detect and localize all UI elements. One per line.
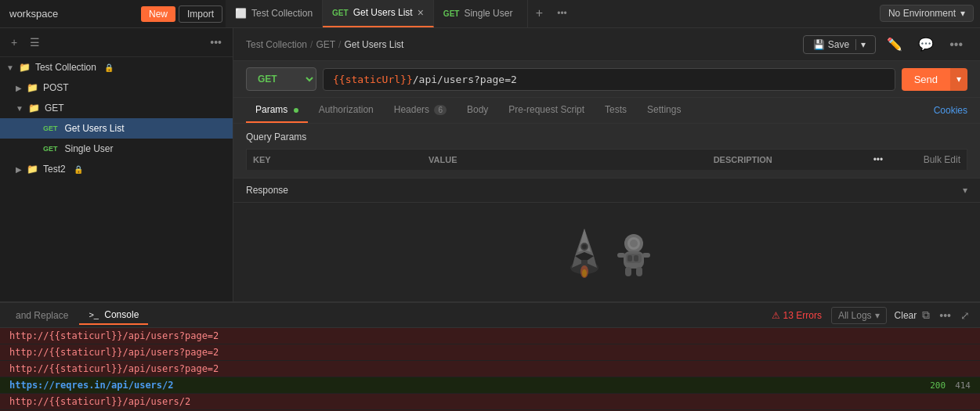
sidebar-filter-button[interactable]: ☰ [27, 34, 43, 50]
tab-params[interactable]: Params [246, 98, 308, 123]
query-params-title: Query Params [246, 132, 967, 142]
lock-icon-test2: 🔒 [74, 165, 83, 174]
params-tab-label: Params [255, 104, 287, 115]
svg-rect-14 [642, 253, 650, 258]
app-header: workspace New Import ⬜ Test Collection G… [0, 0, 980, 28]
console-icon: >_ [89, 310, 99, 319]
params-dot-indicator [294, 108, 298, 113]
env-label: No Environment [888, 8, 956, 19]
response-title: Response [246, 185, 288, 196]
test2-folder-label: Test2 [43, 164, 66, 175]
tab-tests[interactable]: Tests [595, 98, 636, 123]
cookies-link[interactable]: Cookies [934, 105, 967, 116]
url-input[interactable]: {{staticUrl}} /api/users?page=2 [323, 68, 895, 91]
response-expand-button[interactable]: ▾ [963, 185, 967, 196]
caret-right-icon: ▶ [16, 84, 22, 92]
folder-icon-test2: 📁 [27, 164, 38, 175]
caret-down-icon-get: ▼ [16, 104, 24, 113]
bottom-tabs: and Replace >_ Console ⚠ 13 Errors All L… [0, 303, 980, 328]
log-url-3: http://{{staticurl}}/api/users?page=2 [9, 363, 219, 374]
copy-icon-button[interactable]: ⧉ [918, 307, 934, 323]
tab-add-button[interactable]: + [528, 6, 551, 20]
lock-icon: 🔒 [104, 63, 114, 72]
all-logs-label: All Logs [838, 310, 872, 321]
tab-body[interactable]: Body [457, 98, 497, 123]
log-size-4: 414 [955, 380, 971, 391]
caret-right-icon-test2: ▶ [16, 165, 22, 174]
find-replace-label: and Replace [16, 310, 68, 321]
more-cols-icon[interactable]: ••• [873, 154, 884, 165]
sidebar-add-button[interactable]: + [8, 34, 20, 50]
more-options-button[interactable]: ••• [945, 35, 967, 54]
new-button[interactable]: New [141, 6, 175, 22]
save-dropdown-arrow[interactable]: ▾ [855, 39, 866, 50]
find-replace-tab[interactable]: and Replace [6, 307, 78, 324]
save-disk-icon: 💾 [813, 39, 825, 50]
console-label: Console [104, 309, 139, 320]
sidebar-item-single-user[interactable]: GET Single User [0, 139, 233, 159]
edit-icon-button[interactable]: ✏️ [882, 34, 907, 54]
post-folder-label: POST [43, 82, 69, 93]
log-entry-5: http://{{staticurl}}/api/users/2 [0, 394, 980, 410]
get-folder-label: GET [45, 103, 64, 114]
send-button[interactable]: Send [902, 68, 950, 91]
tab-headers[interactable]: Headers 6 [385, 98, 456, 123]
sidebar-item-get-folder[interactable]: ▼ 📁 GET [0, 98, 233, 118]
tab-single-user[interactable]: GET Single User [434, 0, 528, 27]
clear-button[interactable]: Clear [895, 310, 917, 321]
log-entry-4: https://reqres.in/api/users/2 200 414 [0, 377, 980, 394]
pre-request-tab-label: Pre-request Script [508, 104, 584, 115]
request-panel: Test Collection / GET / Get Users List 💾… [233, 28, 980, 301]
rocket-illustration [561, 225, 653, 279]
tab-close-icon[interactable]: × [418, 6, 424, 19]
env-dropdown-icon: ▾ [960, 8, 965, 19]
tab-settings[interactable]: Settings [638, 98, 690, 123]
get-users-list-label: Get Users List [65, 123, 125, 134]
response-header: Response ▾ [233, 178, 980, 203]
all-logs-arrow: ▾ [875, 310, 880, 321]
log-status-4: 200 [930, 380, 946, 391]
url-path-part: /api/users?page=2 [413, 74, 517, 85]
tab-pre-request-script[interactable]: Pre-request Script [499, 98, 594, 123]
method-selector[interactable]: GET POST PUT DELETE [246, 67, 316, 91]
errors-count: 13 Errors [783, 310, 822, 321]
sidebar-collection-root[interactable]: ▼ 📁 Test Collection 🔒 [0, 57, 233, 78]
expand-console-button[interactable]: ⤢ [956, 308, 974, 323]
svg-rect-16 [636, 267, 642, 276]
import-button[interactable]: Import [179, 5, 222, 23]
sidebar-item-test2-folder[interactable]: ▶ 📁 Test2 🔒 [0, 159, 233, 179]
log-entry-1: http://{{staticurl}}/api/users?page=2 [0, 328, 980, 344]
sidebar-item-get-users-list[interactable]: GET Get Users List [0, 118, 233, 139]
tabs-bar: ⬜ Test Collection GET Get Users List × G… [226, 0, 980, 28]
tab-label-collection: Test Collection [251, 8, 313, 19]
request-tabs: Params Authorization Headers 6 Body Pre-… [233, 98, 980, 124]
errors-badge: ⚠ 13 Errors [772, 310, 822, 321]
console-tab[interactable]: >_ Console [79, 306, 148, 325]
bottom-more-button[interactable]: ••• [935, 308, 955, 323]
breadcrumb-folder: GET [316, 39, 335, 50]
send-dropdown-button[interactable]: ▾ [950, 68, 967, 91]
tab-test-collection[interactable]: ⬜ Test Collection [226, 0, 323, 27]
workspace-label: workspace [0, 8, 141, 20]
tab-get-users-list[interactable]: GET Get Users List × [323, 0, 434, 27]
sidebar-item-post-folder[interactable]: ▶ 📁 POST [0, 78, 233, 98]
params-table-header: KEY VALUE DESCRIPTION ••• Bulk Edit [246, 149, 967, 170]
sidebar-more-button[interactable]: ••• [207, 34, 225, 50]
log-url-1: http://{{staticurl}}/api/users?page=2 [9, 330, 219, 341]
collection-name: Test Collection [35, 62, 96, 73]
bulk-edit-button[interactable]: Bulk Edit [924, 154, 960, 165]
tests-tab-label: Tests [605, 104, 627, 115]
breadcrumb-sep2: / [338, 39, 341, 50]
astronaut-svg [614, 233, 653, 279]
tab-authorization[interactable]: Authorization [309, 98, 383, 123]
tab-label-single-user: Single User [464, 8, 512, 19]
log-entry-3: http://{{staticurl}}/api/users?page=2 [0, 361, 980, 377]
all-logs-dropdown[interactable]: All Logs ▾ [831, 307, 887, 324]
environment-selector[interactable]: No Environment ▾ [880, 5, 974, 22]
comment-icon-button[interactable]: 💬 [913, 34, 938, 54]
tab-more-button[interactable]: ••• [551, 8, 573, 19]
svg-rect-11 [627, 255, 632, 261]
response-body [233, 203, 980, 301]
save-button[interactable]: 💾 Save ▾ [803, 35, 876, 54]
breadcrumb: Test Collection / GET / Get Users List 💾… [233, 28, 980, 61]
